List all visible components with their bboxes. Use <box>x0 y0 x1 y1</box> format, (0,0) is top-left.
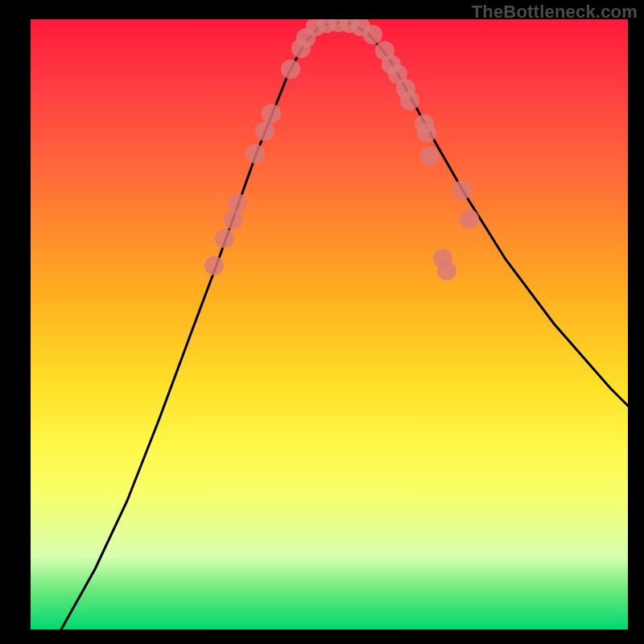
marker-point <box>262 104 281 123</box>
curve-layer <box>31 19 628 630</box>
marker-point <box>363 25 382 44</box>
marker-point <box>255 122 275 141</box>
marker-point <box>417 123 436 142</box>
marker-point <box>224 210 243 229</box>
marker-point <box>215 229 234 248</box>
watermark-text: TheBottleneck.com <box>472 2 638 23</box>
marker-point <box>460 209 479 229</box>
plot-area <box>31 19 628 630</box>
marker-point <box>420 147 440 166</box>
marker-point <box>246 144 265 163</box>
marker-point <box>281 60 300 79</box>
marker-point <box>204 256 224 275</box>
marker-point <box>228 193 247 213</box>
marker-point <box>452 180 472 200</box>
highlighted-points <box>204 19 479 280</box>
bottleneck-curve <box>61 23 628 630</box>
marker-point <box>400 91 419 110</box>
marker-point <box>382 55 401 74</box>
marker-point <box>437 261 456 280</box>
chart-frame: TheBottleneck.com <box>0 0 644 644</box>
